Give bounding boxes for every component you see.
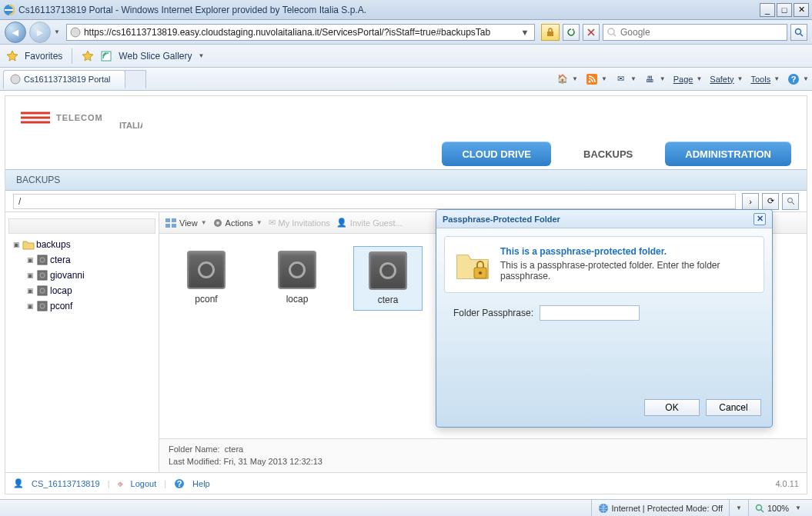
home-icon: 🏠 [556,73,569,85]
ie-logo-icon [3,4,15,16]
svg-rect-23 [172,218,176,222]
stop-button[interactable] [583,24,600,41]
webslice-gallery-link[interactable]: Web Slice Gallery [119,51,192,62]
cancel-button[interactable]: Cancel [706,399,761,416]
nav-history-dropdown[interactable]: ▼ [54,28,60,35]
svg-point-1 [71,28,80,37]
path-go-button[interactable]: › [742,193,759,210]
new-tab-button[interactable] [125,70,146,88]
dialog-heading: This is a passphrase-protected folder. [500,246,754,257]
svg-point-4 [796,28,801,34]
brand-logo: TELECOM ITALIA [5,96,807,138]
favorites-star-icon[interactable] [6,50,18,62]
path-search-button[interactable] [782,193,799,210]
svg-point-27 [216,221,219,225]
folder-tree: ▣ backups ▣ ctera ▣ giovanni [5,212,159,472]
tab-title: Cs16113713819 Portal [24,75,111,84]
tree-item-locap[interactable]: ▣ locap [22,283,155,298]
item-pconf[interactable]: pconf [172,246,241,309]
forward-button[interactable]: ► [29,22,51,43]
print-icon: 🖶 [644,73,657,85]
safe-icon [36,255,48,265]
tree-item-ctera[interactable]: ▣ ctera [22,252,155,268]
tree-collapse-icon[interactable]: ▣ [12,241,21,248]
tree-label: backups [36,239,71,250]
tree-item-pconf[interactable]: ▣ pconf [22,298,155,314]
tree-expand-icon[interactable]: ▣ [25,256,35,264]
dialog-message-box: This is a passphrase-protected folder. T… [444,236,764,293]
help-link[interactable]: Help [192,479,210,488]
svg-text:?: ? [791,75,797,84]
zoom-value: 100% [767,504,789,513]
locked-folder-icon [454,246,491,283]
dialog-titlebar[interactable]: Passphrase-Protected Folder ✕ [436,210,772,228]
svg-text:?: ? [177,479,182,488]
tree-expand-icon[interactable]: ▣ [25,271,35,279]
logout-link[interactable]: Logout [131,479,157,488]
tree-label: pconf [50,301,72,311]
url-dropdown[interactable]: ▼ [519,28,531,37]
refresh-button[interactable] [563,24,580,41]
zoom-icon [755,504,764,513]
path-refresh-button[interactable]: ⟳ [762,193,779,210]
svg-point-6 [11,75,20,84]
path-input[interactable] [13,194,736,209]
item-locap[interactable]: locap [262,246,332,309]
nav-backups[interactable]: BACKUPS [563,141,653,166]
tree-label: locap [50,285,72,296]
minimize-button[interactable]: _ [760,3,775,17]
last-modified-value: Fri, 31 May 2013 12:32:13 [224,457,322,466]
suggested-sites-icon[interactable] [82,50,94,62]
maximize-button[interactable]: □ [777,3,792,17]
folder-open-icon [22,239,35,250]
tree-item-giovanni[interactable]: ▣ giovanni [22,268,155,283]
tools-menu[interactable]: Tools▼ [750,75,780,84]
view-menu[interactable]: View▼ [165,218,207,228]
zoom-level[interactable]: 100% ▼ [748,500,807,516]
safe-icon [187,251,226,289]
tree-expand-icon[interactable]: ▣ [25,302,35,310]
zoom-control[interactable]: ▼ [729,500,748,516]
page-menu[interactable]: Page▼ [673,75,703,84]
safe-icon [278,251,316,289]
dialog-footer: OK Cancel [436,393,772,427]
help-menu[interactable]: ?▼ [787,73,809,85]
dialog-close-button[interactable]: ✕ [754,213,766,225]
print-menu[interactable]: 🖶▼ [644,73,666,85]
browser-tab[interactable]: Cs16113713819 Portal [3,70,125,88]
svg-rect-18 [38,286,47,295]
back-button[interactable]: ◄ [5,22,26,43]
item-label: pconf [195,294,217,305]
item-ctera[interactable]: ctera [353,246,423,311]
ssl-lock-icon[interactable] [541,24,560,41]
home-menu[interactable]: 🏠▼ [556,73,578,85]
dialog-body: Folder Passphrase: [436,301,772,325]
tree-group-header[interactable] [8,218,155,234]
passphrase-input[interactable] [540,305,640,321]
address-bar[interactable]: https://cs16113713819.easy.cloudstaging.… [66,24,535,41]
security-zone[interactable]: Internet | Protected Mode: Off [591,500,730,516]
actions-menu[interactable]: Actions▼ [213,218,262,228]
tree-expand-icon[interactable]: ▣ [25,287,35,295]
security-zone-text: Internet | Protected Mode: Off [612,504,723,513]
search-go-button[interactable] [790,24,807,41]
nav-cloud-drive[interactable]: CLOUD DRIVE [442,141,551,166]
feeds-menu[interactable]: ▼ [586,73,607,85]
nav-administration[interactable]: ADMINISTRATION [665,141,791,166]
user-link[interactable]: CS_16113713819 [32,479,100,488]
passphrase-label: Folder Passphrase: [453,308,533,318]
webslice-dropdown[interactable]: ▼ [199,52,205,59]
favorites-bar: Favorites Web Slice Gallery ▼ [0,45,812,68]
tree-root[interactable]: ▣ backups [8,237,155,252]
browser-search-input[interactable] [620,27,784,38]
browser-search-box[interactable] [603,24,787,41]
ok-button[interactable]: OK [644,399,700,416]
svg-rect-24 [165,224,170,228]
dialog-title: Passphrase-Protected Folder [443,215,560,224]
main-nav: CLOUD DRIVE BACKUPS ADMINISTRATION [5,138,807,169]
favorites-label[interactable]: Favorites [25,51,62,62]
close-window-button[interactable]: ✕ [794,3,809,17]
safety-menu[interactable]: Safety▼ [710,75,743,84]
folder-name-value: ctera [225,444,243,454]
mail-menu[interactable]: ✉▼ [615,73,637,85]
